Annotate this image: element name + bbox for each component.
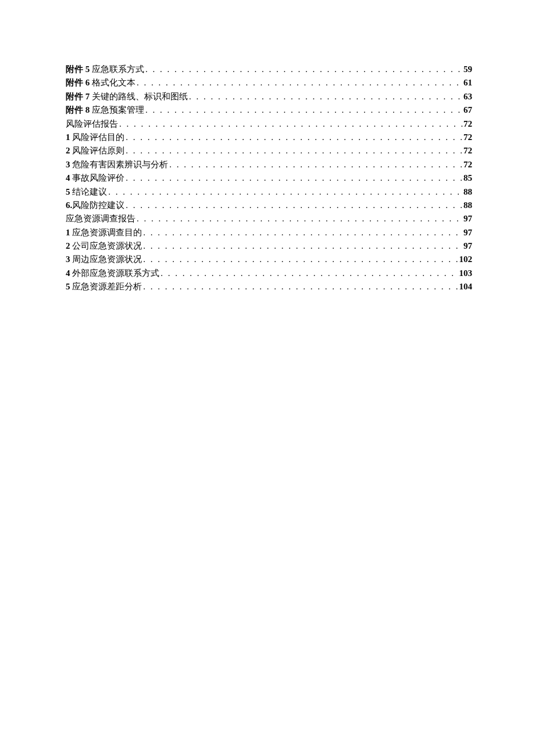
toc-entry-page: 102 bbox=[459, 253, 473, 266]
toc-entry-number: 1 bbox=[66, 228, 72, 237]
toc-entry-title: 1 应急资源调查目的 bbox=[66, 226, 142, 239]
toc-entry-title: 附件 5 应急联系方式 bbox=[66, 63, 144, 76]
toc-entry: 4 事故风险评价. . . . . . . . . . . . . . . . … bbox=[66, 171, 472, 185]
toc-leader-dots: . . . . . . . . . . . . . . . . . . . . … bbox=[168, 158, 463, 171]
toc-entry-number: 1 bbox=[66, 132, 72, 142]
toc-entry-text: 风险评估原则 bbox=[72, 146, 124, 155]
toc-leader-dots: . . . . . . . . . . . . . . . . . . . . … bbox=[159, 267, 459, 280]
toc-entry-number: 3 bbox=[66, 255, 72, 264]
toc-entry-page: 97 bbox=[463, 239, 472, 253]
toc-entry-page: 72 bbox=[463, 158, 472, 171]
toc-entry-title: 6.风险防控建议 bbox=[66, 199, 124, 212]
toc-entry: 2 风险评估原则. . . . . . . . . . . . . . . . … bbox=[66, 144, 472, 157]
toc-entry-title: 2 公司应急资源状况 bbox=[66, 239, 142, 253]
toc-entry-title: 3 危险有害因素辨识与分析 bbox=[66, 158, 168, 171]
toc-leader-dots: . . . . . . . . . . . . . . . . . . . . … bbox=[135, 76, 463, 89]
toc-entry-page: 61 bbox=[463, 76, 472, 89]
toc-entry: 4 外部应急资源联系方式. . . . . . . . . . . . . . … bbox=[66, 267, 472, 280]
toc-entry-page: 72 bbox=[463, 117, 472, 131]
toc-entry-text: 外部应急资源联系方式 bbox=[72, 268, 159, 278]
toc-entry-title: 1 风险评估目的 bbox=[66, 131, 124, 144]
toc-leader-dots: . . . . . . . . . . . . . . . . . . . . … bbox=[107, 185, 463, 199]
toc-entry-page: 59 bbox=[463, 63, 472, 76]
toc-entry-number: 附件 6 bbox=[66, 78, 92, 87]
toc-entry-text: 事故风险评价 bbox=[72, 173, 124, 182]
toc-entry-text: 应急资源差距分析 bbox=[72, 282, 142, 291]
toc-entry-number: 附件 8 bbox=[66, 105, 92, 114]
toc-entry: 2 公司应急资源状况. . . . . . . . . . . . . . . … bbox=[66, 239, 472, 253]
toc-entry-page: 67 bbox=[463, 103, 472, 117]
toc-entry-number: 5 bbox=[66, 187, 72, 196]
toc-entry-page: 88 bbox=[463, 199, 472, 212]
toc-entry-title: 5 应急资源差距分析 bbox=[66, 280, 142, 293]
toc-leader-dots: . . . . . . . . . . . . . . . . . . . . … bbox=[144, 103, 463, 117]
toc-leader-dots: . . . . . . . . . . . . . . . . . . . . … bbox=[142, 226, 463, 239]
toc-entry-number: 2 bbox=[66, 146, 72, 155]
toc-entry-number: 4 bbox=[66, 173, 72, 182]
toc-entry: 1 应急资源调查目的. . . . . . . . . . . . . . . … bbox=[66, 226, 472, 239]
toc-entry-page: 97 bbox=[463, 226, 472, 239]
toc-entry-number: 5 bbox=[66, 282, 72, 291]
toc-entry-text: 应急资源调查目的 bbox=[72, 228, 142, 237]
toc-entry-page: 85 bbox=[463, 171, 472, 185]
toc-entry-text: 关键的路线、标识和图纸 bbox=[92, 92, 188, 101]
toc-entry-text: 风险防控建议 bbox=[72, 200, 124, 210]
toc-entry-text: 应急资源调查报告 bbox=[66, 214, 135, 223]
toc-entry-number: 附件 5 bbox=[66, 65, 92, 74]
toc-entry-page: 88 bbox=[463, 185, 472, 199]
toc-entry-text: 结论建议 bbox=[72, 187, 107, 196]
toc-entry-title: 5 结论建议 bbox=[66, 185, 107, 199]
toc-entry-page: 72 bbox=[463, 131, 472, 144]
toc-entry: 3 危险有害因素辨识与分析. . . . . . . . . . . . . .… bbox=[66, 158, 472, 171]
toc-entry-number: 2 bbox=[66, 241, 72, 250]
toc-entry-title: 2 风险评估原则 bbox=[66, 144, 124, 157]
toc-entry-page: 104 bbox=[459, 280, 473, 293]
toc-entry-text: 风险评估目的 bbox=[72, 132, 124, 142]
toc-entry: 5 应急资源差距分析. . . . . . . . . . . . . . . … bbox=[66, 280, 472, 293]
toc-entry-number: 4 bbox=[66, 268, 72, 278]
toc-entry-text: 应急预案管理 bbox=[92, 105, 144, 114]
toc-entry-title: 3 周边应急资源状况 bbox=[66, 253, 142, 266]
toc-entry-title: 风险评估报告 bbox=[66, 117, 118, 131]
toc-entry: 附件 8 应急预案管理. . . . . . . . . . . . . . .… bbox=[66, 103, 472, 117]
toc-entry-title: 应急资源调查报告 bbox=[66, 212, 135, 225]
toc-entry-page: 72 bbox=[463, 144, 472, 157]
toc-leader-dots: . . . . . . . . . . . . . . . . . . . . … bbox=[124, 171, 463, 185]
toc-entry-title: 附件 7 关键的路线、标识和图纸 bbox=[66, 90, 188, 103]
toc-leader-dots: . . . . . . . . . . . . . . . . . . . . … bbox=[188, 90, 463, 103]
toc-entry-text: 周边应急资源状况 bbox=[72, 255, 142, 264]
toc-entry-page: 103 bbox=[459, 267, 473, 280]
toc-leader-dots: . . . . . . . . . . . . . . . . . . . . … bbox=[135, 212, 463, 225]
toc-leader-dots: . . . . . . . . . . . . . . . . . . . . … bbox=[142, 253, 459, 266]
toc-entry-text: 应急联系方式 bbox=[92, 65, 144, 74]
toc-entry: 附件 5 应急联系方式. . . . . . . . . . . . . . .… bbox=[66, 63, 472, 76]
toc-entry-number: 附件 7 bbox=[66, 92, 92, 101]
toc-entry-number: 6. bbox=[66, 200, 72, 210]
toc-leader-dots: . . . . . . . . . . . . . . . . . . . . … bbox=[142, 239, 463, 253]
toc-leader-dots: . . . . . . . . . . . . . . . . . . . . … bbox=[124, 199, 463, 212]
toc-leader-dots: . . . . . . . . . . . . . . . . . . . . … bbox=[124, 144, 463, 157]
toc-entry-number: 3 bbox=[66, 160, 72, 169]
table-of-contents: 附件 5 应急联系方式. . . . . . . . . . . . . . .… bbox=[66, 63, 472, 294]
toc-entry-title: 4 事故风险评价 bbox=[66, 171, 124, 185]
toc-entry-title: 附件 8 应急预案管理 bbox=[66, 103, 144, 117]
toc-leader-dots: . . . . . . . . . . . . . . . . . . . . … bbox=[124, 131, 463, 144]
toc-entry-text: 格式化文本 bbox=[92, 78, 135, 87]
toc-entry-title: 4 外部应急资源联系方式 bbox=[66, 267, 159, 280]
toc-entry: 风险评估报告. . . . . . . . . . . . . . . . . … bbox=[66, 117, 472, 131]
toc-entry-page: 63 bbox=[463, 90, 472, 103]
toc-entry-page: 97 bbox=[463, 212, 472, 225]
toc-leader-dots: . . . . . . . . . . . . . . . . . . . . … bbox=[144, 63, 463, 76]
toc-entry: 6.风险防控建议. . . . . . . . . . . . . . . . … bbox=[66, 199, 472, 212]
toc-entry: 3 周边应急资源状况. . . . . . . . . . . . . . . … bbox=[66, 253, 472, 266]
toc-entry-text: 风险评估报告 bbox=[66, 119, 118, 128]
toc-entry: 应急资源调查报告. . . . . . . . . . . . . . . . … bbox=[66, 212, 472, 225]
toc-entry: 附件 7 关键的路线、标识和图纸. . . . . . . . . . . . … bbox=[66, 90, 472, 103]
toc-entry: 5 结论建议. . . . . . . . . . . . . . . . . … bbox=[66, 185, 472, 199]
toc-leader-dots: . . . . . . . . . . . . . . . . . . . . … bbox=[142, 280, 459, 293]
toc-entry: 附件 6 格式化文本. . . . . . . . . . . . . . . … bbox=[66, 76, 472, 89]
toc-entry-text: 公司应急资源状况 bbox=[72, 241, 142, 250]
toc-entry: 1 风险评估目的. . . . . . . . . . . . . . . . … bbox=[66, 131, 472, 144]
toc-leader-dots: . . . . . . . . . . . . . . . . . . . . … bbox=[118, 117, 463, 131]
toc-entry-title: 附件 6 格式化文本 bbox=[66, 76, 135, 89]
